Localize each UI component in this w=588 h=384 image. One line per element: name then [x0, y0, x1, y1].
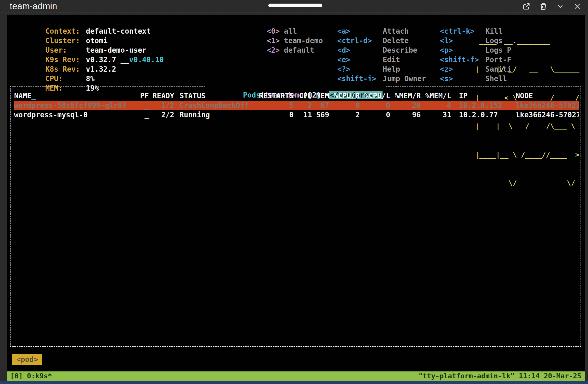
cell-ip: 10.2.0.77	[451, 110, 508, 120]
chevron-down-icon	[556, 2, 564, 11]
cell-cpu: 11	[293, 110, 312, 120]
logo-line: ____ __.________	[475, 36, 579, 45]
pods-panel: Pods(team-demo)[2] </wordpress> NAME_ PF…	[10, 86, 581, 347]
titlebar-actions	[520, 1, 583, 12]
k9s-rev-upgrade: v0.40.10	[129, 55, 164, 64]
hotkey-label: Edit	[383, 55, 400, 64]
cell-ready: 2/2	[149, 110, 174, 120]
cell-mem-r: 96	[390, 110, 421, 120]
close-button[interactable]	[571, 1, 583, 12]
header-ip[interactable]: IP	[451, 91, 508, 101]
trash-icon	[539, 2, 547, 11]
header-status[interactable]: STATUS	[174, 91, 259, 101]
cell-pf: _	[140, 101, 149, 110]
hotkey-label: Delete	[383, 36, 409, 45]
cell-name: wordpress-mysql-0	[14, 110, 140, 120]
hotkey-key: <1>	[267, 36, 284, 45]
header-mem-r[interactable]: %MEM/R	[390, 91, 421, 101]
close-icon	[573, 2, 581, 11]
user-label: User:	[45, 45, 86, 55]
cell-node: lke366246-570275	[508, 110, 579, 120]
cell-mem: 569	[312, 110, 329, 120]
header-node[interactable]: NODE	[508, 91, 579, 101]
open-external-button[interactable]	[520, 1, 533, 12]
cell-status: Running	[174, 110, 259, 120]
k9s-rev-separator: __	[121, 55, 129, 64]
cell-cpu-l: 0	[360, 101, 390, 110]
cell-node: lke366246-570275	[508, 101, 579, 110]
cpu-value: 8%	[86, 74, 95, 83]
k9s-terminal-window: team-admin	[0, 0, 588, 384]
cell-ready: 1/2	[149, 101, 174, 110]
context-label: Context:	[45, 26, 86, 36]
header-cpu-l[interactable]: %CPU/L	[360, 91, 390, 101]
hotkey-key: <d>	[337, 45, 383, 55]
cell-mem-l: 4	[421, 101, 451, 110]
tmux-status-bar: [0] 0:k9s* "tty-platform-admin-lk" 11:14…	[7, 371, 585, 381]
header-name[interactable]: NAME_	[14, 91, 140, 101]
header-cpu-r[interactable]: %CPU/R	[329, 91, 360, 101]
hotkey-key: <?>	[337, 64, 383, 74]
tmux-session-info: [0] 0:k9s*	[7, 371, 52, 381]
cell-cpu: 2	[293, 101, 312, 110]
hotkey-key: <2>	[267, 45, 284, 55]
cell-name: wordpress-58c8fcf999-glr8f	[14, 101, 140, 110]
window-titlebar: team-admin	[0, 0, 588, 13]
breadcrumb-pod-badge: <pod>	[12, 354, 42, 365]
k8s-rev-label: K8s Rev:	[45, 64, 86, 74]
header-mem-l[interactable]: %MEM/L	[421, 91, 451, 101]
context-row: Context:default-context	[11, 17, 164, 26]
window-title: team-admin	[10, 1, 57, 11]
cell-mem-l: 31	[421, 110, 451, 120]
hotkey-label: all	[284, 27, 297, 35]
open-external-icon	[522, 2, 531, 11]
pod-table-header: NAME_ PF READY STATUS RESTARTS CPU MEM %…	[14, 91, 579, 101]
cluster-value: otomi	[86, 36, 107, 45]
logo-line: | |/ _/ __ \______	[475, 64, 579, 74]
cell-restarts: 5	[259, 101, 293, 110]
cell-mem: 67	[312, 101, 329, 110]
header-pf[interactable]: PF	[140, 91, 149, 101]
pod-row-wordpress[interactable]: wordpress-58c8fcf999-glr8f _ 1/2 CrashLo…	[14, 101, 579, 110]
cell-status: CrashLoopBackOff	[174, 101, 259, 110]
background-window-strip	[0, 381, 588, 384]
cell-cpu-r: 0	[329, 101, 360, 110]
pod-row-wordpress-mysql[interactable]: wordpress-mysql-0 _ 2/2 Running 0 11 569…	[14, 110, 579, 120]
header-ready[interactable]: READY	[149, 91, 174, 101]
hotkey-key: <a>	[337, 26, 383, 36]
pod-table: NAME_ PF READY STATUS RESTARTS CPU MEM %…	[14, 91, 579, 120]
window-drag-handle[interactable]	[268, 4, 322, 7]
context-value: default-context	[86, 27, 151, 35]
cluster-info: Context:default-context Cluster:otomi Us…	[11, 17, 164, 83]
cell-cpu-r: 2	[329, 110, 360, 120]
cpu-label: CPU:	[45, 74, 86, 83]
cell-cpu-l: 0	[360, 110, 390, 120]
k9s-rev-value: v0.32.7	[86, 55, 121, 64]
cell-restarts: 0	[259, 110, 293, 120]
header-mem[interactable]: MEM	[312, 91, 329, 101]
k8s-rev-value: v1.32.2	[86, 65, 116, 73]
header-cpu[interactable]: CPU	[293, 91, 312, 101]
user-value: team-demo-user	[86, 46, 146, 54]
hotkey-key: <ctrl-d>	[337, 36, 383, 45]
cell-mem-r: 20	[390, 101, 421, 110]
k9s-rev-label: K9s Rev:	[45, 55, 86, 64]
terminal-content: Context:default-context Cluster:otomi Us…	[7, 15, 585, 381]
trash-button[interactable]	[537, 1, 550, 12]
cell-pf: _	[140, 110, 149, 120]
hotkey-key: <e>	[337, 55, 383, 64]
menu-button[interactable]	[554, 1, 566, 12]
hotkey-key: <0>	[267, 26, 284, 36]
cell-ip: 10.2.0.152	[451, 101, 508, 110]
tmux-host-datetime: "tty-platform-admin-lk" 11:14 20-Mar-25	[419, 371, 585, 381]
cluster-label: Cluster:	[45, 36, 86, 45]
header-restarts[interactable]: RESTARTS	[259, 91, 293, 101]
hotkey-label: Attach	[383, 27, 409, 35]
hotkey-label: Help	[383, 65, 400, 73]
sort-indicator: _	[31, 92, 36, 100]
